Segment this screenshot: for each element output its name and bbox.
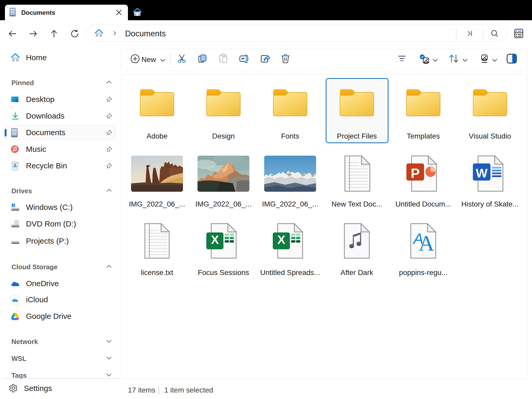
svg-text:A: A (419, 231, 434, 255)
svg-text:P: P (411, 166, 420, 181)
svg-text:X: X (277, 233, 285, 246)
svg-text:W: W (476, 166, 488, 180)
svg-text:X: X (211, 233, 219, 246)
